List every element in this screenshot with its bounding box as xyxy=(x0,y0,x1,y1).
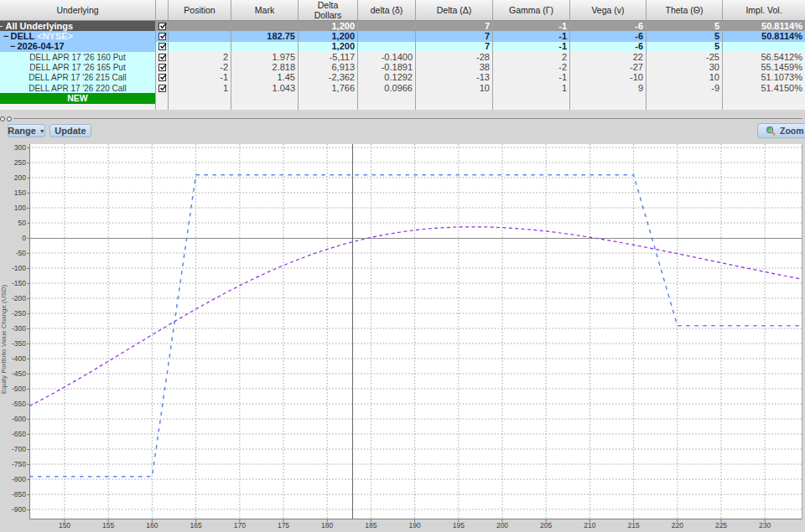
svg-text:300: 300 xyxy=(14,144,26,152)
svg-text:230: 230 xyxy=(759,521,771,529)
svg-text:-600: -600 xyxy=(12,415,26,423)
svg-text:155: 155 xyxy=(102,521,114,529)
svg-text:-450: -450 xyxy=(12,369,26,378)
svg-text:-150: -150 xyxy=(12,279,26,287)
svg-text:160: 160 xyxy=(146,521,158,529)
svg-text:200: 200 xyxy=(496,521,508,529)
svg-text:250: 250 xyxy=(14,158,26,167)
svg-text:150: 150 xyxy=(59,521,70,529)
svg-text:-650: -650 xyxy=(12,430,26,438)
svg-text:-800: -800 xyxy=(12,475,26,483)
svg-text:0: 0 xyxy=(22,234,26,242)
svg-text:150: 150 xyxy=(14,189,26,197)
svg-text:Equity Portfolio Value Change: Equity Portfolio Value Change (USD) xyxy=(0,284,8,394)
svg-text:190: 190 xyxy=(409,521,421,529)
svg-text:210: 210 xyxy=(584,521,595,529)
svg-text:-500: -500 xyxy=(12,385,26,393)
svg-text:-400: -400 xyxy=(12,354,26,363)
svg-text:185: 185 xyxy=(365,521,377,529)
svg-text:195: 195 xyxy=(453,521,465,529)
svg-text:100: 100 xyxy=(14,204,26,212)
svg-text:-550: -550 xyxy=(12,400,26,408)
svg-text:-350: -350 xyxy=(12,339,26,348)
svg-text:-900: -900 xyxy=(12,505,26,514)
svg-text:175: 175 xyxy=(278,521,289,529)
svg-text:-300: -300 xyxy=(12,324,26,333)
svg-text:170: 170 xyxy=(234,521,246,529)
svg-text:-200: -200 xyxy=(12,294,26,302)
svg-text:215: 215 xyxy=(628,521,640,529)
svg-text:50: 50 xyxy=(18,219,27,227)
svg-text:-250: -250 xyxy=(12,309,26,318)
svg-text:-100: -100 xyxy=(12,264,26,272)
svg-text:225: 225 xyxy=(715,521,727,529)
svg-text:-700: -700 xyxy=(12,445,26,453)
svg-text:200: 200 xyxy=(14,173,26,182)
svg-text:205: 205 xyxy=(540,521,552,529)
svg-text:-50: -50 xyxy=(16,249,27,257)
svg-text:165: 165 xyxy=(190,521,202,529)
svg-text:180: 180 xyxy=(321,521,333,529)
svg-text:-750: -750 xyxy=(12,460,26,468)
svg-text:220: 220 xyxy=(672,521,683,529)
svg-text:-850: -850 xyxy=(12,490,26,498)
